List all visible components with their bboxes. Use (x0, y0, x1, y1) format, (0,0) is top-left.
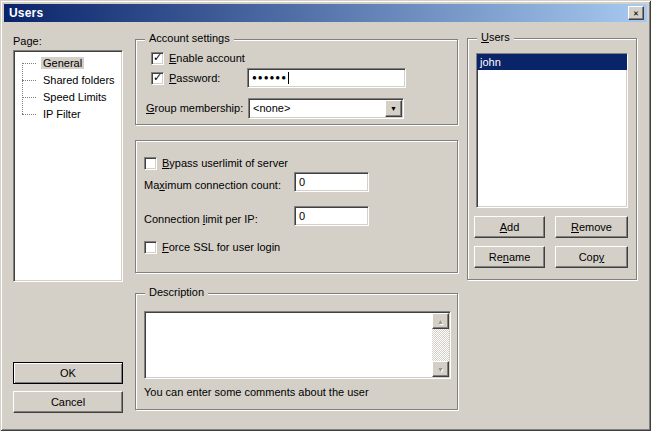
description-group: Description ▲ ▼ You can enter some comme… (135, 293, 458, 410)
tree-item-label: Shared folders (41, 74, 117, 86)
dropdown-button[interactable]: ▼ (385, 100, 402, 117)
page-tree-inner: General Shared folders Speed Limits IP F… (15, 52, 121, 280)
password-label[interactable]: Password: (169, 72, 220, 84)
close-button[interactable]: ✕ (628, 6, 644, 20)
enable-account-label[interactable]: Enable account (169, 52, 245, 64)
enable-account-checkbox[interactable]: ✓ (151, 52, 164, 65)
remove-user-button[interactable]: Remove (555, 216, 628, 238)
cancel-button[interactable]: Cancel (13, 391, 123, 413)
connection-limits-group: ✓ Bypass userlimit of server Maximum con… (135, 140, 458, 273)
description-hint: You can enter some comments about the us… (144, 386, 369, 398)
rename-user-button[interactable]: Rename (474, 246, 545, 268)
max-connection-label: Maximum connection count: (144, 179, 281, 191)
tree-item-ip-filter[interactable]: IP Filter (15, 106, 121, 123)
password-checkbox[interactable]: ✓ (151, 72, 164, 85)
users-dialog: Users ✕ Page: General Shared folders Spe… (0, 0, 651, 431)
scroll-up-button[interactable]: ▲ (432, 313, 449, 329)
text-caret (288, 72, 289, 84)
bypass-userlimit-label[interactable]: Bypass userlimit of server (162, 157, 288, 169)
group-membership-label: Group membership: (146, 102, 243, 114)
ip-limit-label: Connection limit per IP: (144, 213, 258, 225)
bypass-userlimit-checkbox[interactable]: ✓ (144, 157, 157, 170)
tree-item-label: General (41, 57, 84, 69)
chevron-down-icon: ▼ (390, 105, 397, 112)
account-settings-group: Account settings ✓ Enable account ✓ Pass… (135, 39, 458, 125)
checkmark-icon: ✓ (153, 71, 162, 84)
description-textarea[interactable]: ▲ ▼ (144, 311, 451, 379)
group-membership-select[interactable]: <none> ▼ (248, 98, 404, 119)
user-list-item[interactable]: john (477, 54, 627, 70)
description-scrollbar[interactable]: ▲ ▼ (432, 313, 449, 377)
copy-user-button[interactable]: Copy (555, 246, 628, 268)
force-ssl-label[interactable]: Force SSL for user login (162, 241, 280, 253)
users-listbox[interactable]: john (476, 53, 628, 208)
ip-limit-input[interactable]: 0 (294, 206, 369, 226)
checkmark-icon: ✓ (153, 51, 162, 64)
arrow-down-icon: ▼ (437, 366, 444, 373)
password-input[interactable]: ●●●●●● (247, 68, 406, 88)
users-group-title: Users (477, 31, 514, 44)
window-title: Users (9, 6, 43, 20)
users-group: Users john Add Remove Rename Copy (467, 38, 637, 280)
ip-limit-value: 0 (299, 210, 305, 222)
user-name: john (480, 56, 501, 68)
ok-button[interactable]: OK (13, 362, 123, 384)
tree-item-label: Speed Limits (41, 91, 109, 103)
password-value: ●●●●●● (252, 69, 287, 87)
account-settings-title: Account settings (145, 32, 234, 45)
max-connection-value: 0 (299, 176, 305, 188)
tree-item-shared-folders[interactable]: Shared folders (15, 72, 121, 89)
tree-item-speed-limits[interactable]: Speed Limits (15, 89, 121, 106)
description-value (147, 314, 431, 376)
force-ssl-checkbox[interactable]: ✓ (144, 241, 157, 254)
tree-item-general[interactable]: General (15, 55, 121, 72)
group-membership-value: <none> (249, 99, 403, 118)
arrow-up-icon: ▲ (437, 318, 444, 325)
scroll-down-button[interactable]: ▼ (432, 361, 449, 377)
max-connection-input[interactable]: 0 (294, 172, 369, 192)
add-user-button[interactable]: Add (474, 216, 545, 238)
tree-item-label: IP Filter (41, 108, 83, 120)
close-icon: ✕ (633, 8, 638, 18)
page-tree: General Shared folders Speed Limits IP F… (13, 50, 123, 282)
title-bar[interactable]: Users ✕ (4, 4, 647, 22)
page-label: Page: (13, 35, 42, 47)
description-title: Description (145, 286, 208, 299)
